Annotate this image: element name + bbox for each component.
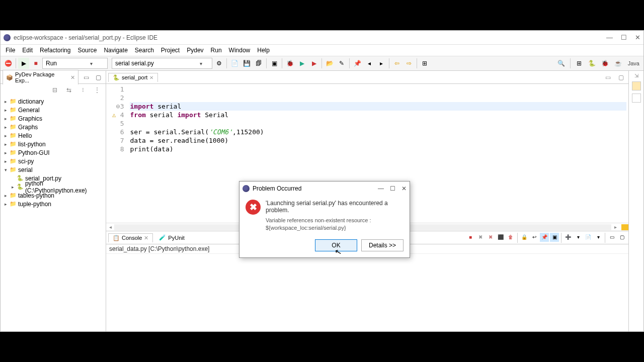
perspective-debug-button[interactable]: 🐞 bbox=[600, 58, 611, 69]
titlebar: eclipse-workspace - serial/serial_port.p… bbox=[1, 31, 643, 45]
tasks-view-button[interactable] bbox=[632, 94, 641, 103]
menu-navigate[interactable]: Navigate bbox=[101, 46, 130, 55]
dialog-message: 'Launching serial serial.py' has encount… bbox=[266, 200, 404, 214]
search-icon[interactable]: 🔍 bbox=[556, 58, 567, 69]
close-icon[interactable]: ✕ bbox=[70, 74, 75, 81]
perspective-button[interactable]: ⊞ bbox=[419, 58, 430, 69]
maximize-editor-button[interactable]: ▢ bbox=[615, 72, 626, 83]
menu-help[interactable]: Help bbox=[254, 46, 273, 55]
close-icon[interactable]: ✕ bbox=[149, 75, 153, 80]
dialog-maximize-button[interactable]: ☐ bbox=[390, 185, 395, 192]
tree-folder[interactable]: ▸🐍python (C:\Python\python.exe) bbox=[1, 183, 106, 191]
coverage-button[interactable]: ▶ bbox=[308, 58, 319, 69]
launch-config-dropdown[interactable]: serial serial.py ▾ bbox=[112, 58, 212, 69]
menu-file[interactable]: File bbox=[3, 46, 18, 55]
pin-console-button[interactable]: 📌 bbox=[540, 233, 549, 242]
minimize-view-button[interactable]: ▭ bbox=[80, 72, 92, 83]
overview-marker bbox=[621, 224, 628, 230]
maximize-button[interactable]: ☐ bbox=[621, 34, 627, 41]
open-folder-button[interactable]: 📂 bbox=[324, 58, 335, 69]
menu-pydev[interactable]: Pydev bbox=[184, 46, 206, 55]
tree-folder[interactable]: ▸📁Graphics bbox=[1, 114, 106, 123]
collapse-all-button[interactable]: ⊟ bbox=[49, 84, 60, 96]
debug-button[interactable]: 🐞 bbox=[284, 58, 295, 69]
details-button[interactable]: Details >> bbox=[361, 239, 404, 251]
forward-button[interactable]: ⇨ bbox=[404, 58, 415, 69]
run-button[interactable]: ▶ bbox=[18, 58, 29, 69]
ok-button[interactable]: OK bbox=[315, 239, 357, 251]
word-wrap-button[interactable]: ↩ bbox=[530, 233, 539, 242]
skip-breakpoints-button[interactable]: ⛔ bbox=[3, 58, 14, 69]
dialog-close-button[interactable]: ✕ bbox=[401, 185, 407, 192]
tree-folder[interactable]: ▸📁Hello bbox=[1, 131, 106, 140]
menu-refactoring[interactable]: Refactoring bbox=[37, 46, 73, 55]
open-console-button[interactable]: ➕ bbox=[564, 233, 573, 242]
display-button[interactable]: ▣ bbox=[550, 233, 559, 242]
error-icon: ✖ bbox=[246, 200, 261, 215]
tree-folder[interactable]: ▸📁General bbox=[1, 106, 106, 114]
tree-folder[interactable]: ▸📁Python-GUI bbox=[1, 148, 106, 157]
menu-search[interactable]: Search bbox=[132, 46, 157, 55]
scroll-right-icon[interactable]: ▸ bbox=[611, 224, 619, 230]
stop-button[interactable]: ■ bbox=[30, 58, 41, 69]
package-explorer-tab[interactable]: 📦 PyDev Package Exp... ✕ bbox=[3, 70, 78, 84]
menu-window[interactable]: Window bbox=[226, 46, 254, 55]
scroll-left-icon[interactable]: ◂ bbox=[106, 224, 114, 230]
pyunit-tab[interactable]: 🧪 PyUnit bbox=[155, 233, 188, 242]
run-menu-button[interactable]: ▶ bbox=[296, 58, 307, 69]
close-button[interactable]: ✕ bbox=[635, 34, 640, 41]
outline-view-button[interactable] bbox=[632, 81, 641, 90]
tree-folder[interactable]: ▾📁serial bbox=[1, 165, 106, 174]
edit-button[interactable]: ✎ bbox=[336, 58, 347, 69]
minimize-button[interactable]: — bbox=[606, 34, 613, 41]
dialog-title: Problem Occurred bbox=[253, 185, 301, 192]
run-mode-dropdown[interactable]: Run ▾ bbox=[42, 58, 108, 69]
console-tab[interactable]: 📋 Console ✕ bbox=[108, 233, 153, 242]
scroll-lock-button[interactable]: 🔒 bbox=[520, 233, 529, 242]
maximize-console-button[interactable]: ▢ bbox=[617, 233, 626, 242]
project-tree[interactable]: ▸📁dictionary▸📁General▸📁Graphics▸📁Graphs▸… bbox=[1, 96, 106, 331]
view-menu-button[interactable]: ⋮ bbox=[92, 84, 103, 96]
menu-run[interactable]: Run bbox=[208, 46, 225, 55]
tree-folder[interactable]: ▸📁Graphs bbox=[1, 123, 106, 131]
console-dropdown-button[interactable]: ▾ bbox=[594, 233, 603, 242]
tree-folder[interactable]: ▸📁list-python bbox=[1, 140, 106, 148]
remove-all-button[interactable]: ✖ bbox=[486, 233, 495, 242]
gear-icon[interactable]: ⚙ bbox=[213, 58, 224, 69]
menu-source[interactable]: Source bbox=[74, 46, 100, 55]
minimize-console-button[interactable]: ▭ bbox=[607, 233, 616, 242]
back-button[interactable]: ⇦ bbox=[391, 58, 403, 69]
new-console-button[interactable]: 📄 bbox=[584, 233, 593, 242]
clear-console-button[interactable]: 🗑 bbox=[506, 233, 515, 242]
perspective-java-button[interactable]: ☕ bbox=[613, 58, 624, 69]
eclipse-icon bbox=[4, 34, 11, 41]
restore-icon[interactable]: ⇲ bbox=[634, 73, 638, 78]
save-button[interactable]: 💾 bbox=[241, 58, 252, 69]
terminal-button[interactable]: ▣ bbox=[269, 58, 280, 69]
maximize-view-button[interactable]: ▢ bbox=[93, 72, 104, 83]
console-menu-button[interactable]: ▾ bbox=[574, 233, 583, 242]
perspective-pydev-button[interactable]: 🐍 bbox=[587, 58, 598, 69]
close-icon[interactable]: ✕ bbox=[144, 235, 148, 241]
dialog-minimize-button[interactable]: — bbox=[378, 185, 384, 192]
console-output[interactable] bbox=[106, 254, 628, 331]
save-all-button[interactable]: 🗐 bbox=[253, 58, 264, 69]
remove-terminated-button[interactable]: ✖ bbox=[476, 233, 485, 242]
open-perspective-button[interactable]: ⊞ bbox=[574, 58, 585, 69]
new-button[interactable]: 📄 bbox=[229, 58, 240, 69]
tree-folder[interactable]: ▸📁tuple-python bbox=[1, 200, 106, 208]
minimize-editor-button[interactable]: ▭ bbox=[602, 72, 613, 83]
tree-folder[interactable]: ▸📁sci-py bbox=[1, 157, 106, 165]
menu-project[interactable]: Project bbox=[158, 46, 183, 55]
console-icon: 📋 bbox=[113, 235, 120, 241]
pin-button[interactable]: 📌 bbox=[352, 58, 363, 69]
tree-folder[interactable]: ▸📁dictionary bbox=[1, 97, 106, 106]
filter-button[interactable]: ⁝ bbox=[77, 84, 89, 96]
next-edit-button[interactable]: ▸ bbox=[376, 58, 387, 69]
editor-tab-serial-port[interactable]: 🐍 serial_port ✕ bbox=[108, 73, 158, 82]
prev-edit-button[interactable]: ◂ bbox=[364, 58, 375, 69]
terminate-button[interactable]: ■ bbox=[466, 233, 475, 242]
terminate-all-button[interactable]: ⬛ bbox=[496, 233, 505, 242]
link-editor-button[interactable]: ⇆ bbox=[63, 84, 74, 96]
menu-edit[interactable]: Edit bbox=[19, 46, 36, 55]
